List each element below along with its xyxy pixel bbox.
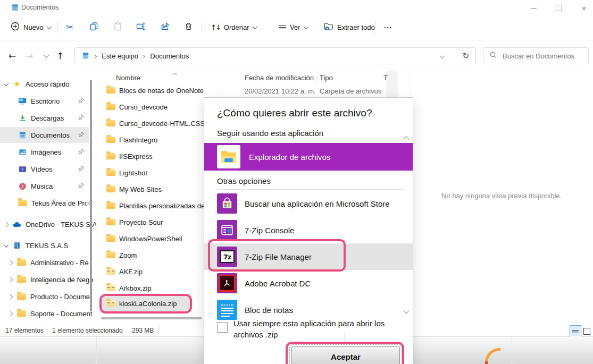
chevron-right-icon [8,260,13,265]
screenshot-root: Documentos × Nuevo ✂ ↑↓ Ordena [0,0,593,364]
item-count: 17 elementos [5,327,44,334]
rename-button[interactable] [132,18,150,36]
extract-all-button[interactable]: Extraer todo [319,18,379,36]
file-row[interactable]: Blocs de notas de OneNote [99,82,203,98]
paste-button[interactable] [109,18,127,36]
breadcrumb-this-pc[interactable]: Este equipo [102,52,138,60]
sidebar-item-escritorio[interactable]: Escritorio [0,93,96,109]
sidebar-item-imagenes[interactable]: Imágenes [0,144,96,160]
copy-button[interactable] [85,18,103,36]
file-row[interactable]: Lightshot [99,165,203,181]
file-row[interactable]: Curso_devcode [99,99,203,115]
app-option-adobe-acrobat[interactable]: Adobe Acrobat DC [204,270,413,297]
folder-icon [106,104,115,110]
cut-button[interactable]: ✂ [62,18,78,36]
building-icon [13,241,21,250]
extract-label: Extraer todo [337,23,375,31]
sidebar-item-descargas[interactable]: Descargas [0,110,96,126]
forward-icon[interactable]: → [22,49,36,63]
folder-icon [18,200,27,206]
scroll-up-icon[interactable] [404,134,408,143]
app-option-7zip-console[interactable]: 7-Zip Console [204,217,413,243]
app-option-microsoft-store[interactable]: Buscar una aplicación en Microsoft Store [204,190,413,217]
sort-button[interactable]: ↑↓ Ordenar [206,18,261,36]
delete-button[interactable] [180,18,197,36]
music-icon: ♪ [18,182,27,190]
refresh-icon[interactable]: ↻ [462,52,469,60]
app-option-7zip-file-manager[interactable]: 7z 7-Zip File Manager [204,243,413,270]
file-row[interactable]: WindowsPowerShell [99,231,203,247]
document-icon [81,52,90,60]
window-title: Documentos [21,4,59,11]
share-button[interactable] [156,18,174,36]
scroll-down-icon[interactable] [404,306,408,316]
search-input[interactable] [502,52,583,61]
sort-label: Ordenar [224,23,249,31]
sidebar-item-tekus-area[interactable]: Tekus Área de Pro [0,195,96,211]
view-label: Ver [290,23,300,31]
column-header-date[interactable]: Fecha de modificación [245,74,314,82]
toolbar: Nuevo ✂ ↑↓ Ordenar Ver [0,15,593,40]
sidebar-section-tekus[interactable]: TEKUS S.A.S [0,238,96,253]
address-dropdown-chevron[interactable] [440,52,444,60]
column-header-size-truncated[interactable]: T [383,74,388,82]
breadcrumb-separator-icon: › [95,52,97,60]
view-button[interactable]: Ver [274,18,312,36]
details-view-icon [572,329,579,334]
back-icon[interactable]: ← [5,49,19,63]
zip-folder-icon [106,285,115,291]
file-row[interactable]: My Web Sites [99,181,203,197]
file-row[interactable]: Proyecto Sour [99,214,203,230]
maximize-button[interactable] [551,3,567,13]
chevron-down-icon [252,24,257,29]
breadcrumb-current[interactable]: Documentos [150,52,189,60]
file-row[interactable]: IISExpress [99,148,203,164]
folder-icon [106,235,115,242]
thumbnail-view-button[interactable] [581,325,592,337]
sidebar-section-quick-access[interactable]: ★ Acceso rápido [0,76,96,92]
up-icon[interactable]: ↑ [53,49,67,63]
folder-icon [106,120,115,126]
column-header-type[interactable]: Tipo [320,74,333,82]
sidebar-section-onedrive[interactable]: OneDrive - TEKUS S.A [0,216,96,232]
file-row[interactable]: Curso_devcode-HTML.CSS [99,115,203,131]
adobe-acrobat-icon [217,273,237,293]
other-options-label: Otras opciones [217,176,271,185]
sidebar-item-soporte[interactable]: Soporte - Document [0,306,96,321]
file-row[interactable]: FlashIntegro [99,132,203,148]
more-options-button[interactable]: ··· [380,18,397,36]
sidebar-item-inteligencia[interactable]: Inteligencia de Nego [0,272,96,287]
dialog-title: ¿Cómo quieres abrir este archivo? [217,107,372,119]
featured-app-explorador[interactable]: Explorador de archivos [204,143,413,171]
preview-empty-message: No hay ninguna vista previa disponible. [441,192,562,200]
always-use-checkbox[interactable] [217,322,228,333]
new-button[interactable]: Nuevo [6,18,55,36]
file-row[interactable]: AKF.zip [99,264,203,280]
sidebar-item-videos[interactable]: Vídeos [0,161,96,177]
file-row[interactable]: Zoom [99,247,203,263]
sidebar-scrollbar[interactable] [90,80,92,311]
recent-locations-chevron[interactable] [39,49,53,63]
sidebar-item-administrativo[interactable]: Administrativo - Re [0,255,96,270]
chevron-right-icon [8,311,13,316]
minimize-button[interactable] [525,3,541,13]
sidebar-item-producto[interactable]: Producto - Docume [0,289,96,304]
file-row-selected[interactable]: kioskLaColonia.zip [99,295,203,311]
new-label: Nuevo [23,23,44,31]
column-header-name[interactable]: Nombre [116,74,140,82]
open-with-dialog: ¿Cómo quieres abrir este archivo? Seguir… [204,97,413,364]
rename-icon [136,22,146,32]
close-button[interactable]: × [576,3,592,13]
sidebar-item-documentos[interactable]: Documentos [0,127,89,143]
file-row[interactable]: Arkbox.zip [99,280,203,296]
sidebar-item-musica[interactable]: ♪ Música [0,178,96,194]
breadcrumb[interactable]: › Este equipo › Documentos ↻ [74,47,476,64]
horizontal-scrollbar[interactable] [101,317,202,319]
folder-icon [17,310,26,317]
folder-icon [106,137,115,143]
file-row[interactable]: Plantillas personalizadas de Off [99,198,203,214]
search-box[interactable] [483,47,589,64]
microsoft-store-icon [217,193,237,214]
accept-button[interactable]: Aceptar [291,346,400,364]
file-explorer-icon [217,145,240,168]
